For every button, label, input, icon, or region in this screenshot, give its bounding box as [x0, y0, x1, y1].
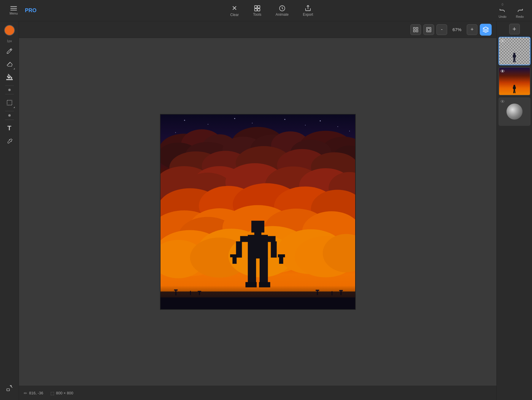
svg-rect-99 [230, 254, 237, 257]
layer-3[interactable]: 👁 [498, 97, 531, 126]
export-label: Export [303, 12, 313, 17]
zoom-out-icon: - [441, 26, 443, 33]
svg-rect-93 [271, 241, 277, 258]
tool-divider-4 [5, 120, 14, 120]
svg-rect-101 [278, 254, 285, 257]
dot-indicator-2 [8, 114, 11, 117]
zoom-bar: - 67% + [19, 21, 496, 38]
animate-button[interactable]: Animate [276, 5, 289, 17]
svg-rect-28 [175, 132, 176, 133]
status-size: ⬚ 800 × 800 [50, 391, 73, 396]
layer-2[interactable]: 👁 [498, 67, 531, 96]
fill-tool[interactable] [4, 71, 15, 83]
fill-icon [6, 74, 13, 80]
topbar-right: 0 Undo Redo [495, 2, 527, 20]
tools-icon [254, 5, 261, 12]
svg-rect-2 [255, 9, 257, 11]
animate-label: Animate [276, 12, 289, 17]
tools-button[interactable]: Tools [253, 5, 261, 17]
eyedropper-icon [6, 138, 13, 145]
svg-rect-22 [305, 125, 306, 126]
resize-tool[interactable] [4, 382, 15, 394]
export-icon [304, 5, 312, 12]
frame-view-button[interactable] [423, 24, 434, 35]
layer-1[interactable]: 👁 [498, 37, 531, 65]
svg-rect-102 [161, 291, 355, 309]
eraser-tool[interactable] [4, 58, 15, 70]
tool-divider-3 [5, 111, 14, 111]
svg-rect-23 [320, 120, 320, 121]
svg-rect-10 [414, 27, 415, 29]
undo-button[interactable]: 0 Undo [495, 2, 510, 20]
pencil-icon [6, 48, 13, 54]
right-panel: + 👁 👁 👁 [496, 21, 532, 400]
svg-rect-29 [349, 131, 350, 131]
clear-button[interactable]: ✕ Clear [230, 4, 239, 17]
scene-svg [161, 115, 355, 309]
svg-rect-87 [251, 221, 264, 233]
svg-rect-95 [259, 258, 268, 284]
svg-rect-83 [315, 290, 319, 291]
svg-rect-20 [252, 123, 252, 123]
add-layer-icon: + [512, 25, 516, 33]
resize-status-icon: ⬚ [50, 391, 54, 396]
grid-view-button[interactable] [410, 24, 421, 35]
layer-1-silhouette [512, 53, 517, 62]
svg-rect-18 [208, 124, 208, 125]
layer-3-visibility[interactable]: 👁 [500, 99, 505, 104]
export-button[interactable]: Export [303, 5, 313, 17]
svg-line-6 [8, 63, 10, 65]
svg-rect-21 [284, 119, 285, 120]
redo-label: Redo [516, 15, 524, 18]
main-content: 1px [0, 21, 532, 400]
tools-label: Tools [253, 12, 261, 17]
color-swatch[interactable] [4, 25, 15, 36]
zoom-in-icon: + [471, 26, 474, 33]
svg-rect-78 [174, 289, 177, 291]
layer-2-visibility[interactable]: 👁 [500, 69, 505, 74]
svg-rect-8 [7, 100, 12, 105]
selection-icon [6, 99, 13, 106]
svg-rect-89 [248, 235, 268, 259]
svg-rect-7 [6, 79, 13, 80]
redo-button[interactable]: Redo [512, 2, 527, 20]
redo-icon [516, 7, 523, 14]
text-tool[interactable]: T [4, 122, 15, 134]
sphere-preview [506, 104, 523, 120]
menu-button[interactable]: Menu [5, 0, 23, 21]
eyedropper-tool[interactable] [4, 135, 15, 147]
clear-icon: ✕ [232, 4, 237, 12]
canvas-wrapper [19, 38, 496, 386]
zoom-in-button[interactable]: + [467, 24, 477, 35]
svg-rect-11 [416, 27, 418, 29]
undo-label: Undo [498, 15, 506, 18]
layers-toggle-button[interactable] [480, 24, 492, 36]
selection-tool[interactable] [4, 97, 15, 109]
svg-rect-0 [255, 6, 257, 8]
layer-1-visibility[interactable]: 👁 [500, 39, 505, 44]
menu-label: Menu [9, 12, 18, 15]
zoom-out-button[interactable]: - [436, 24, 447, 35]
resize-icon [6, 385, 13, 391]
tool-divider-2 [5, 94, 14, 94]
pixel-canvas[interactable] [160, 114, 356, 310]
svg-rect-90 [240, 236, 248, 242]
pencil-tool[interactable] [4, 45, 15, 57]
layer-2-silhouette [512, 85, 517, 93]
svg-rect-3 [258, 9, 260, 11]
status-coords: ✏ 816, -36 [24, 391, 43, 396]
pencil-status-icon: ✏ [24, 391, 27, 396]
pro-badge: PRO [25, 7, 36, 14]
undo-count: 0 [502, 3, 504, 7]
dot-indicator [8, 89, 11, 91]
add-layer-button[interactable]: + [509, 24, 520, 34]
tool-divider-1 [5, 85, 14, 86]
svg-rect-24 [337, 126, 338, 127]
hamburger-icon [10, 6, 17, 10]
left-toolbar: 1px [0, 21, 19, 400]
svg-rect-13 [416, 30, 418, 32]
svg-rect-19 [234, 118, 235, 119]
topbar: Menu PRO ✕ Clear Tools Animate [0, 0, 532, 21]
status-bar: ✏ 816, -36 ⬚ 800 × 800 [19, 386, 496, 400]
canvas-area: - 67% + [19, 21, 496, 400]
